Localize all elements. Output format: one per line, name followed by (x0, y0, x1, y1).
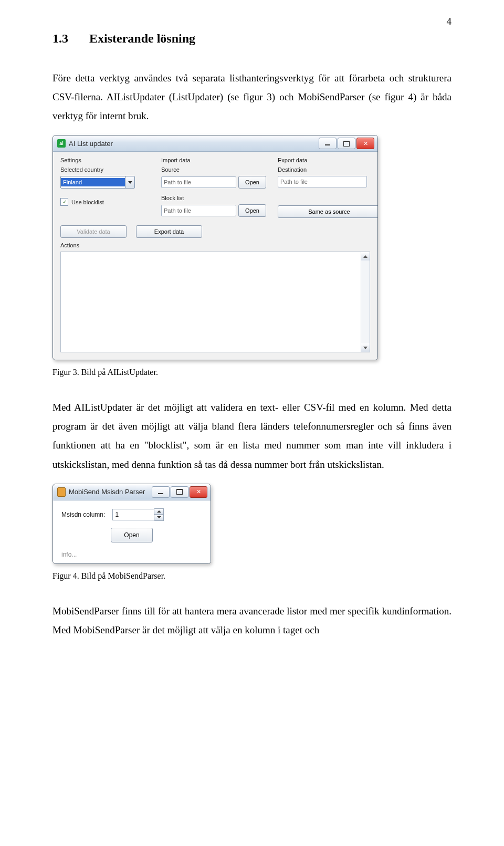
validate-data-button[interactable]: Validate data (60, 225, 127, 238)
import-data-label: Import data (161, 157, 266, 163)
use-blocklist-checkbox[interactable]: ✓ Use blocklist (60, 198, 150, 206)
window-title: AI List updater (69, 140, 113, 148)
country-value: Finland (61, 178, 125, 186)
ai-app-icon: ai (57, 139, 66, 148)
section-number: 1.3 (52, 32, 89, 46)
open-source-button[interactable]: Open (238, 176, 266, 189)
blocklist-path-input[interactable]: Path to file (161, 205, 236, 216)
selected-country-label: Selected country (60, 166, 150, 173)
mobisend-app-icon (57, 488, 66, 496)
minimize-icon[interactable] (152, 486, 170, 498)
source-path-input[interactable]: Path to file (161, 176, 236, 188)
mobisendparser-window: MobiSend Msisdn Parser Msisdn column: 1 (52, 484, 211, 564)
use-blocklist-label: Use blocklist (71, 199, 104, 205)
destination-label: Destination (278, 166, 367, 173)
step-up-icon[interactable] (154, 509, 163, 515)
scrollbar[interactable] (361, 252, 370, 352)
close-icon[interactable] (190, 486, 207, 498)
source-label: Source (161, 166, 266, 173)
settings-label: Settings (60, 157, 150, 163)
paragraph-msp-desc: MobiSendParser finns till för att hanter… (52, 602, 452, 640)
paragraph-intro: Före detta verktyg användes två separata… (52, 69, 452, 126)
figure3-caption: Figur 3. Bild på AIListUpdater. (52, 368, 452, 377)
ailistupdater-window: ai AI List updater Settings Selected cou… (52, 135, 378, 360)
scroll-up-icon[interactable] (361, 252, 370, 260)
maximize-icon[interactable] (338, 138, 355, 149)
export-data-button[interactable]: Export data (136, 225, 202, 238)
actions-label: Actions (60, 242, 370, 248)
open-blocklist-button[interactable]: Open (238, 204, 266, 217)
page-number: 4 (447, 16, 452, 27)
step-down-icon[interactable] (154, 514, 163, 520)
paragraph-ailu-desc: Med AIListUpdater är det möjligt att val… (52, 398, 452, 474)
msisdn-column-value[interactable]: 1 (112, 509, 154, 520)
scroll-down-icon[interactable] (361, 343, 370, 352)
msisdn-column-label: Msisdn column: (61, 511, 105, 518)
actions-textarea[interactable] (60, 252, 370, 352)
checkbox-icon: ✓ (60, 198, 68, 206)
info-label: info... (61, 551, 202, 558)
chevron-down-icon[interactable] (125, 176, 134, 188)
open-file-button[interactable]: Open (111, 528, 152, 542)
export-data-label: Export data (278, 157, 367, 163)
country-select[interactable]: Finland (60, 176, 135, 189)
minimize-icon[interactable] (319, 138, 337, 149)
same-as-source-button[interactable]: Same as source (278, 205, 378, 218)
close-icon[interactable] (356, 138, 374, 149)
section-title: Existerande lösning (89, 32, 195, 45)
block-list-label: Block list (161, 195, 266, 201)
figure4-caption: Figur 4. Bild på MobiSendParser. (52, 571, 452, 581)
titlebar[interactable]: MobiSend Msisdn Parser (53, 484, 211, 500)
maximize-icon[interactable] (171, 486, 188, 498)
destination-path-input[interactable]: Path to file (278, 176, 367, 187)
titlebar[interactable]: ai AI List updater (53, 135, 377, 152)
msisdn-column-stepper[interactable]: 1 (112, 509, 164, 520)
window-title: MobiSend Msisdn Parser (69, 488, 145, 496)
section-heading: 1.3Existerande lösning (52, 32, 452, 46)
